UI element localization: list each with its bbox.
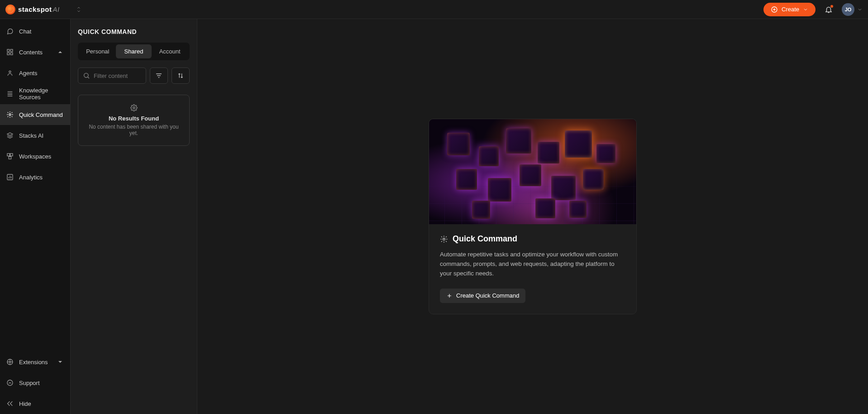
svg-rect-3 [7,53,10,55]
empty-title: No Results Found [85,115,183,122]
topbar-right: Create JO [763,3,863,16]
sort-button[interactable] [172,67,190,84]
brand-mark-icon [5,5,15,14]
brand-swap-icon[interactable] [76,7,81,12]
create-button-label: Create [782,6,799,13]
qc-icon [6,111,14,118]
sidebar-item-label: Agents [19,70,37,77]
brand-logo[interactable]: stackspotAI [5,5,81,14]
filter-row [78,67,190,84]
plus-icon [446,293,453,299]
sidebar-item-label: Support [19,380,40,386]
sidebar-footer-nav: Extensions Support Hide [0,351,70,414]
panel-title: QUICK COMMAND [78,28,190,35]
ext-icon [6,358,14,366]
svg-rect-9 [9,157,11,159]
empty-subtitle: No content has been shared with you yet. [85,124,183,136]
feature-body: Quick Command Automate repetitive tasks … [429,224,636,314]
svg-point-14 [133,107,135,109]
sidebar-item-label: Extensions [19,359,48,366]
hide-icon [6,400,14,407]
feature-card: Quick Command Automate repetitive tasks … [429,119,637,314]
analytics-icon [6,173,14,181]
caret-down-icon [57,358,64,366]
brand-logo-image: stackspotAI [5,5,69,14]
plus-circle-icon [771,6,778,13]
sidebar-item-label: Hide [19,400,31,407]
gear-icon [85,104,183,111]
sidebar-item-label: Contents [19,49,43,56]
svg-point-13 [84,73,88,77]
sidebar-item-workspaces[interactable]: Workspaces [0,146,70,167]
sidebar-item-extensions[interactable]: Extensions [0,351,70,372]
search-input-wrap[interactable] [78,67,146,84]
secondary-panel: QUICK COMMAND Personal Shared Account No… [71,19,197,414]
empty-state: No Results Found No content has been sha… [78,95,190,146]
search-icon [83,72,90,79]
layout: Chat Contents Agents Knowledge Sources Q… [0,19,868,414]
sidebar-item-stacks-ai[interactable]: Stacks AI [0,125,70,146]
svg-point-6 [9,114,11,116]
sidebar-main-nav: Chat Contents Agents Knowledge Sources Q… [0,19,70,351]
sort-icon [177,72,184,79]
notifications-button[interactable] [825,5,833,14]
sidebar-item-label: Workspaces [19,153,51,160]
sidebar-item-label: Quick Command [19,111,63,118]
sidebar-item-analytics[interactable]: Analytics [0,167,70,188]
sidebar-item-support[interactable]: Support [0,372,70,393]
qc-icon [440,235,448,243]
create-quick-command-button[interactable]: Create Quick Command [440,289,525,303]
chat-icon [6,28,14,35]
create-button[interactable]: Create [763,3,816,16]
search-input[interactable] [94,72,141,79]
main-content: Quick Command Automate repetitive tasks … [197,19,868,414]
support-icon [6,379,14,386]
tab-account[interactable]: Account [152,44,188,58]
svg-rect-7 [7,154,10,156]
filter-button[interactable] [150,67,168,84]
svg-point-15 [443,238,445,240]
sidebar-item-label: Chat [19,28,31,35]
svg-point-5 [9,71,11,72]
sidebar-item-chat[interactable]: Chat [0,21,70,42]
sidebar-item-agents[interactable]: Agents [0,63,70,83]
feature-title: Quick Command [453,234,517,244]
sidebar: Chat Contents Agents Knowledge Sources Q… [0,19,71,414]
svg-rect-2 [10,49,13,52]
svg-rect-1 [7,49,10,52]
scope-tabs: Personal Shared Account [78,43,190,60]
topbar: stackspotAI Create JO [0,0,868,19]
svg-rect-8 [10,154,13,156]
sidebar-item-label: Stacks AI [19,132,43,139]
svg-rect-4 [10,53,13,55]
avatar: JO [842,3,854,16]
brand-name-text: stackspot [18,5,52,13]
brand-name: stackspotAI [18,5,60,13]
sidebar-item-hide[interactable]: Hide [0,393,70,414]
feature-description: Automate repetitive tasks and optimize y… [440,250,625,279]
user-menu[interactable]: JO [842,3,863,16]
chevron-down-icon [803,7,808,12]
sidebar-item-label: Analytics [19,174,43,181]
brand-suffix: AI [53,5,60,13]
chevron-down-icon [857,7,863,12]
filter-icon [155,72,162,79]
grid-icon [6,48,14,56]
caret-up-icon [57,48,64,56]
sidebar-item-contents[interactable]: Contents [0,42,70,63]
ks-icon [6,90,14,97]
notification-dot [830,5,834,8]
sidebar-item-quick-command[interactable]: Quick Command [0,104,70,125]
agents-icon [6,69,14,77]
feature-heading: Quick Command [440,234,625,244]
cta-label: Create Quick Command [456,292,519,299]
tab-shared[interactable]: Shared [116,44,152,58]
feature-hero-image [429,119,636,224]
sidebar-item-knowledge[interactable]: Knowledge Sources [0,83,70,104]
sidebar-item-label: Knowledge Sources [19,87,64,101]
workspaces-icon [6,153,14,160]
stacks-icon [6,132,14,139]
tab-personal[interactable]: Personal [80,44,116,58]
